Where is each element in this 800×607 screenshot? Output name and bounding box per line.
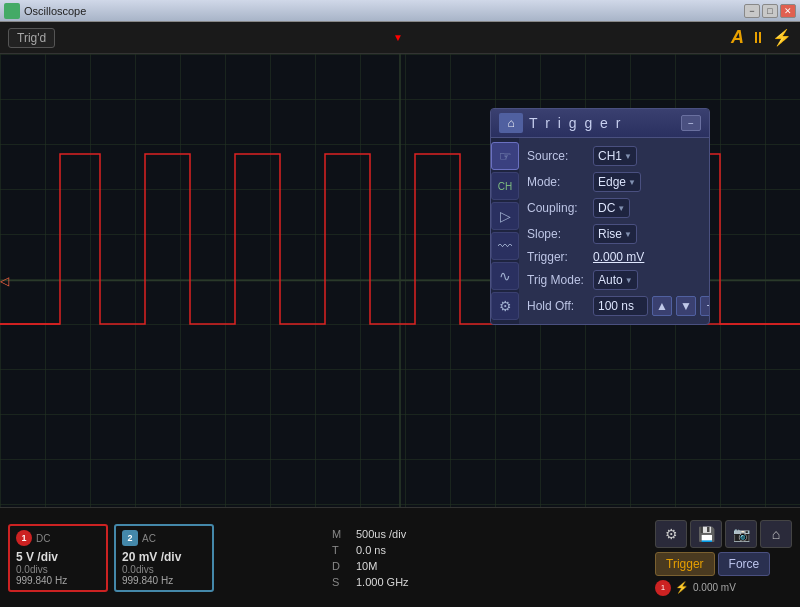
action-buttons-row: Trigger Force <box>655 552 792 576</box>
math-side-icon[interactable]: ∿ <box>491 262 519 290</box>
ch2-divs: 0.0divs <box>122 564 206 575</box>
auto-icon: A <box>731 27 744 48</box>
trigger-header-left: ⌂ T r i g g e r <box>499 113 622 133</box>
title-text: Oscilloscope <box>24 5 86 17</box>
settings-side-icon[interactable]: ⚙ <box>491 292 519 320</box>
trigger-channel-indicator: 1 <box>655 580 671 596</box>
meas-key-1: T <box>332 544 348 556</box>
measurement-row: T 0.0 ns <box>332 544 635 556</box>
waveform-side-icon[interactable]: 〰 <box>491 232 519 260</box>
trig-mode-arrow: ▼ <box>625 276 633 285</box>
hold-off-up-button[interactable]: ▲ <box>652 296 672 316</box>
slope-arrow: ▼ <box>624 230 632 239</box>
trigger-minimize-button[interactable]: − <box>681 115 701 131</box>
source-label: Source: <box>527 149 587 163</box>
trigger-info-row: 1 ⚡ 0.000 mV <box>655 580 792 596</box>
coupling-select[interactable]: DC ▼ <box>593 198 630 218</box>
hold-off-select[interactable]: 100 ns <box>593 296 648 316</box>
source-value: CH1 <box>598 149 622 163</box>
close-button[interactable]: ✕ <box>780 4 796 18</box>
hold-off-down-button[interactable]: ▼ <box>676 296 696 316</box>
meas-key-3: S <box>332 576 348 588</box>
trigger-level-label: Trigger: <box>527 250 587 264</box>
pause-icon: ⏸ <box>750 29 766 47</box>
trig-mode-value: Auto <box>598 273 623 287</box>
maximize-button[interactable]: □ <box>762 4 778 18</box>
trig-mode-label: Trig Mode: <box>527 273 587 287</box>
cursor-side-icon[interactable]: ☞ <box>491 142 519 170</box>
zero-marker: ◁ <box>0 274 9 288</box>
coupling-label: Coupling: <box>527 201 587 215</box>
ch1-coupling: DC <box>36 533 50 544</box>
force-button[interactable]: Force <box>718 552 771 576</box>
trigger-header: ⌂ T r i g g e r − <box>491 109 709 138</box>
home-icon-button[interactable]: ⌂ <box>760 520 792 548</box>
status-bar: Trig'd ▼ A ⏸ ⚡ <box>0 22 800 54</box>
trigger-position-marker: ▼ <box>393 32 403 43</box>
measurement-row: S 1.000 GHz <box>332 576 635 588</box>
trigger-level-value[interactable]: 0.000 mV <box>593 250 644 264</box>
coupling-row: Coupling: DC ▼ <box>527 198 710 218</box>
screenshot-icon-button[interactable]: 📷 <box>725 520 757 548</box>
trigger-settings: Source: CH1 ▼ Mode: Edge ▼ Coupl <box>519 138 710 324</box>
ch1-vdiv: 5 V /div <box>16 550 100 564</box>
hold-off-row: Hold Off: 100 ns ▲ ▼ + Reset <box>527 296 710 316</box>
mode-value: Edge <box>598 175 626 189</box>
slope-value: Rise <box>598 227 622 241</box>
measurements-area: M 500us /div T 0.0 ns D 10M S 1.000 GHz <box>320 508 647 607</box>
hold-off-value: 100 ns <box>598 299 634 313</box>
scope-display: ◁ ⌂ T r i g g e r − ☞ CH ▷ 〰 ∿ ⚙ <box>0 54 800 507</box>
trigger-button[interactable]: Trigger <box>655 552 715 576</box>
ch2-box: 2 AC 20 mV /div 0.0divs 999.840 Hz <box>114 524 214 592</box>
app-icon <box>4 3 20 19</box>
mode-arrow: ▼ <box>628 178 636 187</box>
trigger-home-icon[interactable]: ⌂ <box>499 113 523 133</box>
channel-info: 1 DC 5 V /div 0.0divs 999.840 Hz 2 AC 20… <box>0 508 320 607</box>
measurement-row: M 500us /div <box>332 528 635 540</box>
settings2-icon-button[interactable]: ⚙ <box>655 520 687 548</box>
trigger-edge-icon: ⚡ <box>675 581 689 594</box>
meas-val-0: 500us /div <box>356 528 406 540</box>
trigger-panel: ⌂ T r i g g e r − ☞ CH ▷ 〰 ∿ ⚙ Source: <box>490 108 710 325</box>
coupling-arrow: ▼ <box>617 204 625 213</box>
title-bar: Oscilloscope − □ ✕ <box>0 0 800 22</box>
ch2-coupling: AC <box>142 533 156 544</box>
meas-val-2: 10M <box>356 560 377 572</box>
hold-off-controls: 100 ns ▲ ▼ + Reset <box>593 296 710 316</box>
hold-off-label: Hold Off: <box>527 299 587 313</box>
source-arrow: ▼ <box>624 152 632 161</box>
source-select[interactable]: CH1 ▼ <box>593 146 637 166</box>
channel-side-icon[interactable]: CH <box>491 172 519 200</box>
save-icon-button[interactable]: 💾 <box>690 520 722 548</box>
slope-label: Slope: <box>527 227 587 241</box>
bottom-bar: 1 DC 5 V /div 0.0divs 999.840 Hz 2 AC 20… <box>0 507 800 607</box>
trig-mode-row: Trig Mode: Auto ▼ <box>527 270 710 290</box>
ch2-indicator: 2 <box>122 530 138 546</box>
ch1-freq: 999.840 Hz <box>16 575 100 586</box>
icon-buttons-row: ⚙ 💾 📷 ⌂ <box>655 520 792 548</box>
minimize-button[interactable]: − <box>744 4 760 18</box>
trigger-mv-value: 0.000 mV <box>693 582 736 593</box>
flag-side-icon[interactable]: ▷ <box>491 202 519 230</box>
trigger-title: T r i g g e r <box>529 115 622 131</box>
trigger-side-icons: ☞ CH ▷ 〰 ∿ ⚙ <box>491 138 519 324</box>
trigger-panel-body: ☞ CH ▷ 〰 ∿ ⚙ Source: CH1 ▼ <box>491 138 709 324</box>
title-bar-left: Oscilloscope <box>4 3 86 19</box>
meas-key-0: M <box>332 528 348 540</box>
title-controls[interactable]: − □ ✕ <box>744 4 796 18</box>
slope-select[interactable]: Rise ▼ <box>593 224 637 244</box>
meas-val-3: 1.000 GHz <box>356 576 409 588</box>
mode-select[interactable]: Edge ▼ <box>593 172 641 192</box>
trig-mode-select[interactable]: Auto ▼ <box>593 270 638 290</box>
hold-off-plus-button[interactable]: + <box>700 296 710 316</box>
ch2-vdiv: 20 mV /div <box>122 550 206 564</box>
source-row: Source: CH1 ▼ <box>527 146 710 166</box>
mode-row: Mode: Edge ▼ <box>527 172 710 192</box>
meas-val-1: 0.0 ns <box>356 544 386 556</box>
ch2-freq: 999.840 Hz <box>122 575 206 586</box>
measurement-row: D 10M <box>332 560 635 572</box>
trig-status: Trig'd <box>8 28 55 48</box>
right-controls: ⚙ 💾 📷 ⌂ Trigger Force 1 ⚡ 0.000 mV <box>647 508 800 607</box>
ch1-box: 1 DC 5 V /div 0.0divs 999.840 Hz <box>8 524 108 592</box>
slope-row: Slope: Rise ▼ <box>527 224 710 244</box>
